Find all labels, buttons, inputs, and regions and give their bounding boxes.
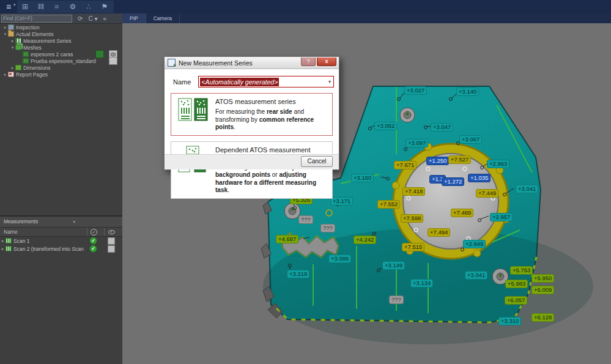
expand-arrow-icon[interactable]: ▸ — [10, 39, 15, 43]
deviation-label[interactable]: +7.494 — [428, 228, 450, 237]
expand-arrow-icon[interactable]: ▸ — [2, 72, 8, 77]
tree-item-label: Actual Elements — [16, 31, 53, 37]
name-combobox[interactable]: <Automatically generated> ▾ — [198, 76, 334, 87]
option-card-dependent-atos-series[interactable]: Dependent ATOS measurement seriesFor def… — [171, 141, 333, 199]
expand-arrow-icon[interactable]: ▸ — [2, 25, 8, 30]
column-divider — [87, 228, 87, 236]
deviation-label[interactable]: +3.041 — [516, 185, 538, 193]
measurement-label: Scan 1 — [13, 238, 29, 244]
tree-item-dimensions[interactable]: ▸Dimensions — [0, 64, 122, 71]
measurements-list: ▸Scan 1✓▸Scan 2 (transformed into Scan 1… — [0, 237, 122, 253]
deviation-label[interactable]: +7.527 — [448, 155, 471, 164]
deviation-label[interactable]: +3.041 — [465, 271, 487, 280]
deviation-label[interactable]: +5.753 — [510, 266, 533, 275]
eye-icon — [111, 53, 116, 56]
expand-arrow-icon[interactable]: ▾ — [2, 32, 8, 37]
deviation-label[interactable]: +6.057 — [505, 296, 527, 305]
expand-arrow-icon[interactable]: ▸ — [10, 65, 15, 70]
deviation-label[interactable]: +1.272 — [442, 177, 464, 186]
deviation-label[interactable]: +7.449 — [476, 189, 498, 198]
tree-item-inspection[interactable]: ▸Inspection — [0, 24, 122, 31]
menu-caret-icon[interactable]: ▾ — [13, 2, 16, 7]
deviation-label[interactable]: +3.047 — [431, 123, 453, 132]
deviation-label[interactable]: +2.963 — [487, 160, 509, 168]
tree-item-prueba-espesores-standard[interactable]: Prueba espesores_standard — [0, 58, 122, 64]
cancel-button[interactable]: Cancel — [301, 156, 333, 167]
status-badge: ✓ — [90, 245, 97, 252]
deviation-label[interactable]: +7.671 — [394, 161, 417, 169]
deviation-label[interactable]: +1.250 — [426, 157, 449, 165]
settings-icon[interactable]: ⚙ — [65, 1, 81, 13]
measurement-row[interactable]: ▸Scan 2 (transformed into Scan 1) (...✓ — [0, 245, 122, 253]
deviation-label[interactable]: +2.949 — [463, 240, 486, 248]
tree-item-meshes[interactable]: ▾Meshes — [0, 44, 122, 51]
search-input[interactable] — [1, 15, 72, 23]
close-icon[interactable]: x — [317, 58, 336, 66]
deviation-label[interactable]: ??? — [298, 215, 313, 224]
deviation-label[interactable]: +3.219 — [287, 270, 309, 278]
visibility-checkbox[interactable] — [108, 245, 115, 253]
deviation-label[interactable]: +3.160 — [351, 174, 374, 182]
description-segment: . — [228, 187, 229, 193]
clear-filter-icon[interactable]: C ▾ — [88, 15, 97, 22]
point-cloud-icon[interactable]: ∴ — [81, 1, 97, 13]
chevron-down-icon[interactable]: ▾ — [73, 220, 76, 224]
chevron-down-icon[interactable]: ▾ — [328, 79, 331, 84]
visibility-checkbox[interactable] — [108, 237, 115, 245]
tree-item-actual-elements[interactable]: ▾Actual Elements — [0, 31, 122, 37]
new-measurement-series-icon[interactable]: ⊞ — [17, 1, 33, 13]
deviation-label[interactable]: +7.598 — [401, 214, 423, 223]
deviation-label[interactable]: ??? — [320, 224, 335, 232]
dialog-titlebar[interactable]: New Measurement Series ? x — [165, 57, 339, 69]
deviation-label[interactable]: +3.086 — [328, 254, 351, 263]
deviation-label[interactable]: +7.418 — [402, 187, 425, 196]
option-title: ATOS measurement series — [215, 98, 327, 105]
tab-pip[interactable]: PIP — [122, 13, 146, 23]
collapse-panel-icon[interactable]: « — [103, 15, 106, 22]
measurement-row[interactable]: ▸Scan 1✓ — [0, 237, 122, 245]
tab-camera[interactable]: Camera — [146, 13, 180, 23]
deviation-label[interactable]: +2.957 — [490, 213, 513, 221]
deviation-label[interactable]: +3.062 — [374, 122, 397, 130]
deviation-label[interactable]: +4.687 — [276, 235, 298, 243]
deviation-label[interactable]: +5.950 — [531, 274, 554, 283]
expand-arrow-icon[interactable]: ▸ — [0, 239, 6, 243]
deviation-label[interactable]: +3.149 — [382, 261, 405, 270]
new-measurement-series-dialog: New Measurement Series ? x Name <Automat… — [164, 56, 339, 170]
option-card-atos-series[interactable]: ATOS measurement seriesFor measuring the… — [171, 93, 333, 136]
tree-item-espesores-2-caras[interactable]: espesores 2 caras — [0, 51, 122, 58]
viewport-tabbar: PIPCamera — [122, 13, 611, 23]
clipping-icon[interactable]: ⌗ — [49, 1, 65, 13]
deviation-label[interactable]: +6.009 — [531, 286, 554, 294]
flag-icon[interactable]: ⚑ — [97, 1, 113, 13]
deviation-label[interactable]: +4.242 — [354, 236, 376, 244]
tree-item-measurement-series[interactable]: ▸Measurement Series — [0, 37, 122, 44]
deviation-label[interactable]: +7.552 — [377, 200, 400, 209]
expand-arrow-icon[interactable]: ▸ — [0, 247, 6, 251]
deviation-label[interactable]: +6.128 — [531, 313, 554, 322]
tree-item-report-pages[interactable]: ▸Report Pages — [0, 71, 122, 78]
toolbar-icon-group: ⊞‖‖⌗⚙∴⚑ — [17, 1, 114, 13]
tree-item-label: Report Pages — [16, 72, 48, 78]
deviation-label[interactable]: +3.067 — [459, 135, 482, 144]
deviation-label[interactable]: +3.027 — [404, 86, 427, 95]
deviation-label[interactable]: +1.035 — [468, 174, 491, 182]
measurements-panel-header[interactable]: Measurements ▾ — [0, 217, 122, 228]
help-icon[interactable]: ? — [301, 58, 316, 66]
deviation-label[interactable]: ??? — [389, 295, 404, 304]
deviation-label[interactable]: +7.489 — [451, 209, 473, 217]
tree-item-label: Prueba espesores_standard — [31, 58, 96, 64]
refresh-icon[interactable]: ⟳ — [78, 15, 83, 22]
status-badge: ✓ — [90, 237, 97, 244]
description-segment: rear side — [267, 108, 292, 115]
deviation-label[interactable]: +3.134 — [410, 279, 433, 288]
deviation-label[interactable]: +3.310 — [498, 317, 521, 325]
deviation-label[interactable]: +3.140 — [456, 87, 479, 96]
deviation-label[interactable]: +3.097 — [405, 139, 428, 147]
deviation-label[interactable]: +7.515 — [402, 243, 424, 251]
section-lines-icon[interactable]: ‖‖ — [33, 1, 49, 13]
element-explorer: ▸Inspection▾Actual Elements▸Measurement … — [0, 23, 122, 216]
deviation-label[interactable]: +5.983 — [505, 280, 528, 288]
tree-item-label: Dimensions — [23, 65, 50, 71]
expand-arrow-icon[interactable]: ▾ — [10, 45, 15, 50]
